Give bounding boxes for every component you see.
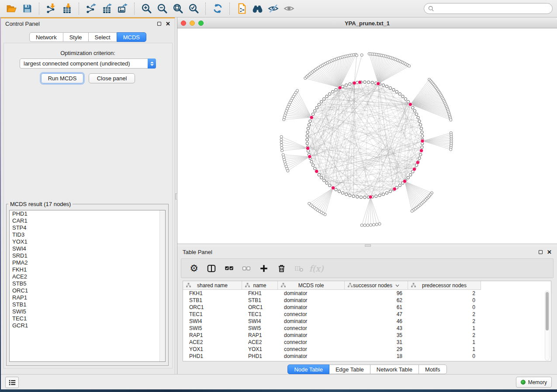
add-row-button[interactable] (257, 261, 270, 276)
zoom-fit-button[interactable] (170, 1, 186, 16)
toolbar-separator (79, 3, 79, 15)
table-cell: dominator (278, 332, 345, 339)
network-view[interactable] (177, 28, 557, 244)
function-builder-button: f(x) (310, 261, 323, 276)
mcds-result-item[interactable]: STB1 (10, 301, 165, 308)
task-history-button[interactable] (5, 377, 19, 388)
mcds-result-item[interactable]: STB5 (10, 280, 165, 287)
import-network-button[interactable] (43, 1, 59, 16)
column-header-successor-nodes[interactable]: successor nodes (345, 281, 408, 290)
column-label: shared name (197, 282, 228, 289)
tab-select[interactable]: Select (88, 32, 117, 42)
mcds-result-group: MCDS result (17 nodes) PHD1CAR1STP4TID3Y… (6, 201, 169, 366)
window-close-button[interactable] (181, 21, 186, 26)
tab-network[interactable]: Network (29, 32, 63, 42)
mcds-result-item[interactable]: STP4 (10, 224, 165, 231)
delete-selected-rows-button[interactable] (275, 261, 288, 276)
table-scrollbar[interactable] (545, 291, 550, 361)
mcds-result-item[interactable]: ACE2 (10, 273, 165, 280)
tab-edge-table[interactable]: Edge Table (329, 364, 370, 374)
table-cell: 1 (408, 346, 481, 353)
float-panel-icon[interactable] (157, 22, 161, 26)
mcds-result-item[interactable]: GCR1 (10, 322, 165, 329)
mcds-result-item[interactable]: TEC1 (10, 315, 165, 322)
save-session-button[interactable] (19, 1, 35, 16)
mcds-list-scrollbar[interactable] (159, 210, 165, 361)
zoom-out-button[interactable] (154, 1, 170, 16)
table-row[interactable]: STB1STB1dominator620 (183, 297, 551, 304)
network-window-titlebar[interactable]: YPA_prune.txt_1 (177, 18, 557, 28)
search-input[interactable] (437, 5, 548, 12)
import-table-button[interactable] (59, 1, 75, 16)
new-network-from-selection-button[interactable] (234, 1, 249, 16)
mcds-result-item[interactable]: PHD1 (10, 210, 165, 217)
tab-node-table[interactable]: Node Table (287, 364, 329, 374)
column-header-MCDS-role[interactable]: MCDS role (278, 281, 345, 290)
table-cell: 2 (408, 311, 481, 318)
table-cell: SWI4 (242, 318, 278, 325)
zoom-in-button[interactable] (138, 1, 154, 16)
close-panel-icon[interactable]: ✕ (166, 21, 170, 27)
toolbar-group (138, 1, 201, 16)
select-all-rows-button[interactable] (222, 261, 235, 276)
table-row[interactable]: RAP1RAP1dominator352 (183, 332, 551, 339)
mcds-result-item[interactable]: ORC1 (10, 287, 165, 294)
mcds-result-item[interactable]: SRD1 (10, 252, 165, 259)
tab-motifs[interactable]: Motifs (419, 364, 447, 374)
float-table-panel-icon[interactable] (539, 250, 543, 254)
table-cell: 29 (345, 346, 408, 353)
optimization-criterion-dropdown[interactable]: largest connected component (undirected) (20, 58, 156, 69)
mcds-result-item[interactable]: SWI5 (10, 308, 165, 315)
close-table-panel-icon[interactable]: ✕ (547, 249, 552, 255)
table-row[interactable]: FKH1FKH1dominator962 (183, 290, 551, 297)
mcds-result-item[interactable]: PMA2 (10, 259, 165, 266)
delete-table-button (292, 261, 305, 276)
show-all-button[interactable] (249, 1, 265, 16)
control-panel-title: Control Panel (5, 21, 40, 27)
close-panel-button[interactable]: Close panel (89, 73, 135, 83)
window-minimize-button[interactable] (190, 21, 195, 26)
table-cell: dominator (278, 353, 345, 360)
tab-mcds[interactable]: MCDS (117, 32, 146, 42)
mcds-result-item[interactable]: FKH1 (10, 266, 165, 273)
tab-network-table[interactable]: Network Table (370, 364, 419, 374)
hide-selected-button[interactable] (265, 1, 281, 16)
mcds-result-item[interactable]: TID3 (10, 231, 165, 238)
table-cell: 62 (345, 297, 408, 304)
table-settings-button[interactable]: ⚙ (187, 261, 201, 276)
mcds-result-list[interactable]: PHD1CAR1STP4TID3YOX1SWI4SRD1PMA2FKH1ACE2… (9, 210, 166, 362)
export-image-button[interactable] (114, 1, 130, 16)
zoom-selected-button[interactable] (186, 1, 201, 16)
table-row[interactable]: YOX1YOX1connector291 (183, 346, 551, 353)
table-row[interactable]: SWI5SWI5connector431 (183, 325, 551, 332)
memory-button[interactable]: Memory (516, 377, 552, 388)
column-header-name[interactable]: name (242, 281, 278, 290)
mcds-result-item[interactable]: SWI4 (10, 245, 165, 252)
horizontal-splitter[interactable] (177, 244, 557, 247)
unselect-all-rows-button[interactable] (240, 261, 253, 276)
table-row[interactable]: ACE2ACE2connector311 (183, 339, 551, 346)
sort-descending-icon (395, 284, 399, 287)
export-network-button[interactable] (83, 1, 99, 16)
run-mcds-button[interactable]: Run MCDS (41, 73, 83, 83)
tab-style[interactable]: Style (63, 32, 89, 42)
table-scrollbar-thumb[interactable] (546, 292, 549, 330)
refresh-view-button[interactable] (210, 1, 225, 16)
table-row[interactable]: ORC1ORC1dominator610 (183, 304, 551, 311)
column-header-predecessor-nodes[interactable]: predecessor nodes (408, 281, 481, 290)
show-hidden-items-button[interactable] (281, 1, 297, 16)
column-visibility-button[interactable] (205, 261, 218, 276)
table-row[interactable]: TEC1TEC1connector472 (183, 311, 551, 318)
table-row[interactable]: SWI4SWI4dominator462 (183, 318, 551, 325)
table-cell: dominator (278, 290, 345, 297)
window-zoom-button[interactable] (198, 21, 204, 26)
export-table-button[interactable] (99, 1, 114, 16)
open-file-button[interactable] (3, 1, 19, 16)
mcds-result-item[interactable]: RAP1 (10, 294, 165, 301)
mcds-result-item[interactable]: YOX1 (10, 238, 165, 245)
optimization-criterion-label: Optimization criterion: (1, 50, 175, 56)
column-header-shared-name[interactable]: shared name (183, 281, 242, 290)
table-cell: connector (278, 325, 345, 332)
table-row[interactable]: PHD1PHD1dominator180 (183, 353, 551, 360)
mcds-result-item[interactable]: CAR1 (10, 217, 165, 224)
